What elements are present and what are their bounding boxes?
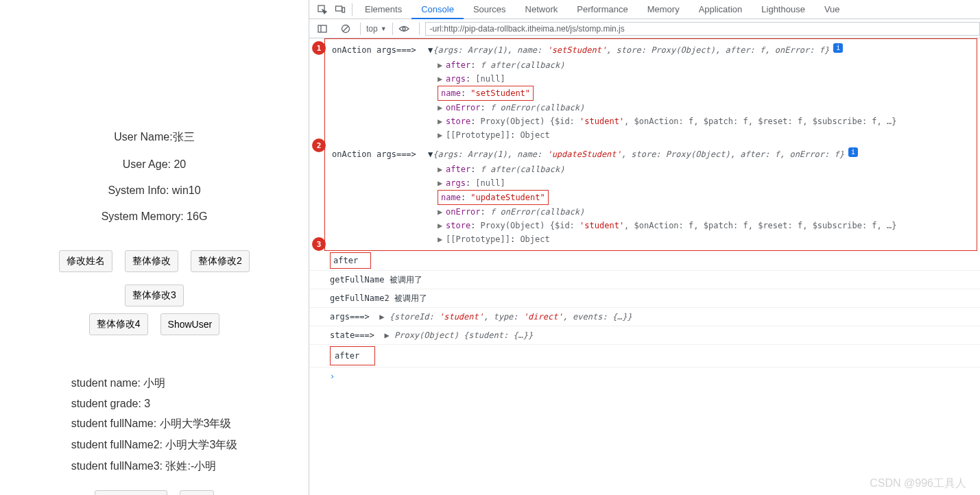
tab-elements[interactable]: Elements (355, 0, 411, 19)
tab-sources[interactable]: Sources (464, 0, 516, 19)
prop-onerror[interactable]: ▶onError: f onError(callback) (328, 101, 974, 114)
console-entry-1[interactable]: onAction args===> ▼ {args: Array(1), nam… (328, 42, 974, 58)
console-prompt[interactable]: › (309, 367, 980, 385)
console-entry-state[interactable]: state===> ▶ Proxy(Object) {student: {…}} (309, 326, 980, 345)
console-entry-after-2[interactable]: after (309, 345, 980, 367)
btn-modify-name[interactable]: 修改姓名 (59, 250, 112, 272)
console-entry-2[interactable]: onAction args===> ▼ {args: Array(1), nam… (328, 146, 974, 162)
sidebar-toggle-icon[interactable] (313, 19, 331, 38)
annotation-1: 1 (312, 41, 326, 55)
info-icon[interactable]: i (848, 147, 858, 157)
console-entry-after-1[interactable]: after (309, 251, 980, 271)
prop-args[interactable]: ▶args: [null] (328, 72, 974, 86)
svg-rect-3 (318, 25, 326, 32)
prop-after[interactable]: ▶after: f after(callback) (328, 162, 974, 176)
svg-point-7 (403, 27, 405, 30)
annotation-2: 2 (312, 138, 326, 152)
prop-args[interactable]: ▶args: [null] (328, 176, 974, 190)
log-prefix: onAction args===> (332, 147, 428, 161)
svg-rect-1 (336, 6, 342, 11)
btn-modify-all-4[interactable]: 整体修改4 (89, 313, 148, 335)
btn-modify-all[interactable]: 整体修改 (125, 250, 178, 272)
tab-memory[interactable]: Memory (638, 0, 689, 19)
btn-reset[interactable]: 重置 (180, 490, 214, 495)
console-entry-getfullname[interactable]: getFullName 被调用了 (309, 271, 980, 289)
user-age-text: User Age: 20 (123, 158, 187, 171)
device-toolbar-icon[interactable] (331, 0, 349, 19)
console-entry-getfullname2[interactable]: getFullName2 被调用了 (309, 289, 980, 308)
log-prefix: onAction args===> (332, 43, 428, 57)
prop-name[interactable]: name: "setStudent" (328, 86, 974, 101)
object-summary: {args: Array(1), name: 'setStudent', sto… (433, 43, 829, 57)
btn-modify-all-2[interactable]: 整体修改2 (191, 250, 250, 272)
svg-line-6 (343, 26, 348, 32)
console-group-box: onAction args===> ▼ {args: Array(1), nam… (324, 38, 977, 251)
btn-query-student[interactable]: 查询学生信息 (95, 490, 167, 495)
tab-console[interactable]: Console (411, 0, 464, 19)
tab-vue[interactable]: Vue (815, 0, 850, 19)
btn-show-user[interactable]: ShowUser (160, 313, 220, 335)
student-name-text: student name: 小明 (71, 376, 238, 391)
caret-icon[interactable]: ▼ (428, 147, 433, 161)
prop-store[interactable]: ▶store: Proxy(Object) {$id: 'student', $… (328, 114, 974, 128)
prop-after[interactable]: ▶after: f after(callback) (328, 58, 974, 72)
user-name-text: User Name:张三 (114, 130, 194, 145)
console-toolbar: top ▼ (309, 19, 980, 38)
inspect-icon[interactable] (313, 0, 331, 19)
tab-performance[interactable]: Performance (567, 0, 637, 19)
context-selector[interactable]: top ▼ (366, 24, 387, 34)
clear-console-icon[interactable] (337, 19, 355, 38)
chevron-down-icon: ▼ (381, 25, 387, 32)
tab-lighthouse[interactable]: Lighthouse (752, 0, 815, 19)
app-panel: User Name:张三 User Age: 20 System Info: w… (0, 0, 309, 495)
prop-prototype[interactable]: ▶[[Prototype]]: Object (328, 128, 974, 142)
tab-network[interactable]: Network (516, 0, 568, 19)
object-summary: {args: Array(1), name: 'updateStudent', … (433, 147, 844, 161)
console-output[interactable]: 1 2 3 onAction args===> ▼ {args: Array(1… (309, 38, 980, 495)
prop-name[interactable]: name: "updateStudent" (328, 190, 974, 205)
prop-onerror[interactable]: ▶onError: f onError(callback) (328, 205, 974, 219)
devtools-panel: Elements Console Sources Network Perform… (309, 0, 980, 495)
devtools-tab-bar: Elements Console Sources Network Perform… (309, 0, 980, 19)
student-fullname-text: student fullName: 小明大学3年级 (71, 417, 238, 431)
live-expression-icon[interactable] (398, 25, 414, 33)
context-label: top (366, 24, 378, 34)
console-entry-args[interactable]: args===> ▶ {storeId: 'student', type: 'd… (309, 308, 980, 326)
student-fullname3-text: student fullName3: 张姓:-小明 (71, 459, 238, 474)
system-memory-text: System Memory: 16G (101, 210, 208, 223)
tab-application[interactable]: Application (689, 0, 752, 19)
console-filter-input[interactable] (425, 22, 980, 36)
svg-rect-2 (342, 8, 345, 12)
info-icon[interactable]: i (833, 43, 843, 53)
annotation-3: 3 (312, 237, 326, 251)
btn-modify-all-3[interactable]: 整体修改3 (125, 285, 184, 306)
prop-store[interactable]: ▶store: Proxy(Object) {$id: 'student', $… (328, 219, 974, 232)
system-info-text: System Info: win10 (108, 184, 200, 197)
watermark-text: CSDN @996工具人 (870, 476, 966, 491)
prop-prototype[interactable]: ▶[[Prototype]]: Object (328, 232, 974, 246)
student-fullname2-text: student fullName2: 小明大学3年级 (71, 438, 238, 452)
student-grade-text: student grade: 3 (71, 398, 238, 410)
caret-icon[interactable]: ▼ (428, 43, 433, 57)
